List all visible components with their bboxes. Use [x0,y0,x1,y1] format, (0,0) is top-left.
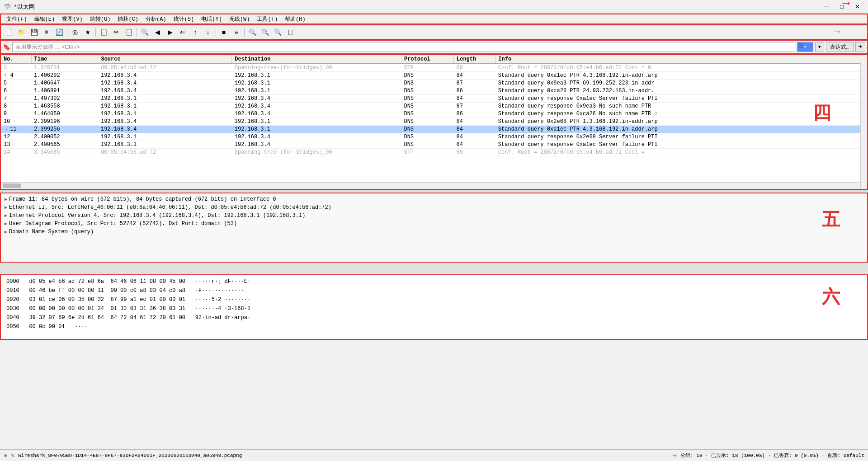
table-cell-4: DNS [401,141,453,149]
detail-arrow-icon: ▶ [5,229,7,235]
menu-phone[interactable]: 电话(Y) [198,14,226,24]
table-cell-1: 2.399196 [31,118,98,126]
detail-row[interactable]: ▶Ethernet II, Src: LcfcHefe_46:06:11 (e8… [5,203,863,212]
menu-view[interactable]: 视图(V) [58,14,86,24]
filter-input[interactable] [12,42,795,52]
statusbar: ● ✎ wireshark_8F0705B9-1D14-4E87-8F67-83… [0,449,868,461]
table-cell-4: DNS [401,95,453,103]
table-cell-6: Standard query 0x2e68 PTR 1.3.168.192.in… [495,118,867,126]
hex-row: 0020 03 01 ce 06 00 35 00 32 87 99 a1 ec… [6,295,862,304]
table-cell-4: DNS [401,133,453,141]
tb-zoomin[interactable]: 🔍 [246,26,258,38]
menu-go[interactable]: 跳转(G) [86,14,114,24]
col-proto: Protocol [401,55,453,64]
table-cell-0: 3 [1,64,31,72]
filter-apply-button[interactable]: ➡ [797,42,813,52]
tb-down[interactable]: ↓ [202,26,214,38]
menu-help[interactable]: 帮助(H) [281,14,309,24]
table-cell-1: 1.345731 [31,64,98,72]
table-row[interactable]: 143.345685d0:05:e4:b6:ad:72Spanning-tree… [1,149,867,156]
table-row[interactable]: 122.400052192.168.3.1192.168.3.4DNS84Sta… [1,133,867,141]
detail-text: User Datagram Protocol, Src Port: 52742 … [9,221,237,227]
table-row[interactable]: 61.406891192.168.3.4192.168.3.1DNS86Stan… [1,87,867,95]
tb-open[interactable]: 📁 [15,26,27,38]
table-cell-0: 14 [1,149,31,156]
table-cell-3: 192.168.3.4 [232,133,401,141]
detail-section[interactable]: 五 ▶Frame 11: 84 bytes on wire (672 bits)… [0,193,868,263]
tb-zoomout[interactable]: 🔍 [259,26,271,38]
tb-next[interactable]: ▶ [164,26,176,38]
detail-row[interactable]: ▶Domain Name System (query) [5,228,863,236]
tb-search[interactable]: 🔍 [139,26,151,38]
table-cell-5: 84 [453,141,495,149]
detail-row[interactable]: ▶Internet Protocol Version 4, Src: 192.1… [5,212,863,220]
detail-row[interactable]: ▶User Datagram Protocol, Src Port: 52742… [5,220,863,228]
tb-scroll[interactable]: ≡ [231,26,242,38]
maximize-button[interactable]: □ [835,2,849,12]
table-cell-1: 2.400565 [31,141,98,149]
table-cell-0: 12 [1,133,31,141]
table-row[interactable]: 132.400565192.168.3.1192.168.3.4DNS84Sta… [1,141,867,149]
table-cell-5: 84 [453,133,495,141]
table-cell-6: Standard query response 0x9ea3 No such n… [495,103,867,110]
detail-text: Ethernet II, Src: LcfcHefe_46:06:11 (e8:… [9,204,331,211]
tb-cut[interactable]: ✂ [110,26,122,38]
table-row[interactable]: 91.464050192.168.3.1192.168.3.4DNS86Stan… [1,110,867,118]
tb-new[interactable]: 📄 [3,26,14,38]
table-cell-4: DNS [401,126,453,133]
table-row[interactable]: 51.406647192.168.3.4192.168.3.1DNS87Stan… [1,80,867,87]
table-row[interactable]: 31.345731d0:05:e4:b6:ad:72Spanning-tree-… [1,64,867,72]
col-time: Time [31,55,98,64]
detail-row[interactable]: ▶Frame 11: 84 bytes on wire (672 bits), … [5,195,863,203]
tb-close[interactable]: ✕ [41,26,52,38]
table-row[interactable]: → 112.399256192.168.3.4192.168.3.1DNS84S… [1,126,867,133]
filter-dropdown[interactable]: ▼ [815,42,824,52]
title-text: *以太网 [14,3,35,11]
packet-list-hscrollbar[interactable] [1,182,860,189]
table-cell-5: 60 [453,64,495,72]
tb-resize[interactable]: ⎕ [284,26,296,38]
menu-tools[interactable]: 工具(T) [253,14,281,24]
tb-prev[interactable]: ◀ [151,26,163,38]
minimize-button[interactable]: ─ [819,2,834,12]
tb-sep2 [95,28,96,37]
menu-capture[interactable]: 捕获(C) [114,14,142,24]
table-cell-2: d0:05:e4:b6:ad:72 [98,64,232,72]
tb-copy[interactable]: 📋 [98,26,109,38]
table-cell-4: STP [401,149,453,156]
tb-paste[interactable]: 📋 [123,26,135,38]
table-cell-2: 192.168.3.4 [98,87,232,95]
filter-expr-button[interactable]: 表达式… [826,42,854,52]
tb-reload[interactable]: 🔄 [53,26,65,38]
tb-up[interactable]: ↑ [189,26,201,38]
table-cell-3: 192.168.3.4 [232,103,401,110]
packet-list-scroll[interactable]: No. Time Source Destination Protocol Len… [1,55,867,189]
tb-save[interactable]: 💾 [28,26,40,38]
menu-stats[interactable]: 统计(S) [170,14,198,24]
detail-text: Internet Protocol Version 4, Src: 192.16… [9,212,305,219]
menubar: 文件(F) 编辑(E) 视图(V) 跳转(G) 捕获(C) 分析(A) 统计(S… [0,14,868,24]
hex-section[interactable]: 六 0000 d0 05 e4 b6 ad 72 e8 6a 64 46 06 … [0,274,868,340]
tb-stop[interactable]: ■ [218,26,230,38]
tb-bookmark[interactable]: ★ [82,26,94,38]
table-cell-1: 1.463558 [31,103,98,110]
table-row[interactable]: ↑ 41.406292192.168.3.4192.168.3.1DNS84St… [1,72,867,80]
menu-wireless[interactable]: 无线(W) [226,14,254,24]
close-button[interactable]: ✕ [850,2,864,12]
tb-zoomreset[interactable]: 🔍 [272,26,283,38]
table-row[interactable]: 102.399196192.168.3.4192.168.3.1DNS84Sta… [1,118,867,126]
table-row[interactable]: 81.463558192.168.3.1192.168.3.4DNS87Stan… [1,103,867,110]
table-cell-0: 9 [1,110,31,118]
menu-analyze[interactable]: 分析(A) [142,14,170,24]
tb-first[interactable]: ⇐ [177,26,189,38]
menu-file[interactable]: 文件(F) [3,14,31,24]
col-dest: Destination [232,55,401,64]
status-edit-icon[interactable]: ✎ [11,452,14,459]
packet-list-scrollbar[interactable] [860,55,867,189]
table-cell-3: 192.168.3.4 [232,95,401,103]
menu-edit[interactable]: 编辑(E) [31,14,59,24]
table-row[interactable]: 71.407302192.168.3.1192.168.3.4DNS84Stan… [1,95,867,103]
tb-target[interactable]: ◎ [69,26,81,38]
filter-add-button[interactable]: + [855,42,865,52]
tb-sep3 [137,28,137,37]
